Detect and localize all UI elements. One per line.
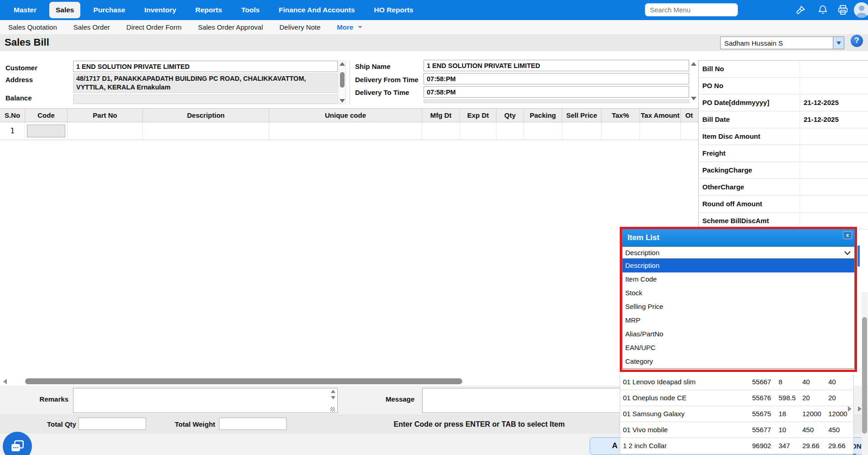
col-sell-price: Sell Price: [562, 109, 601, 122]
item-results-table: 01 Lenovo Ideapad slim5566784040 01 Onep…: [620, 374, 854, 454]
remarks-scroll-up-icon[interactable]: [331, 390, 335, 393]
delivery-from-label: Delivery From Time: [355, 76, 418, 84]
panel-scroll-up-icon[interactable]: [691, 62, 696, 66]
message-label: Message: [386, 395, 414, 403]
hscroll-left-icon[interactable]: [3, 379, 7, 384]
nav-purchase[interactable]: Purchase: [87, 2, 131, 18]
option-mrp[interactable]: MRP: [622, 314, 854, 327]
subnav-sales-quotation[interactable]: Sales Quotation: [8, 23, 57, 31]
item-result-row[interactable]: 01 Lenovo Ideapad slim5566784040: [620, 374, 853, 390]
nav-finance-accounts[interactable]: Finance And Accounts: [272, 2, 361, 18]
item-code-input[interactable]: [27, 125, 65, 137]
panel-scroll-down-icon[interactable]: [691, 97, 696, 100]
address-label: Address: [5, 76, 33, 84]
scroll-right-icon[interactable]: [858, 406, 862, 412]
scrollbar-thumb[interactable]: [340, 72, 345, 88]
item-result-row[interactable]: 01 Oneplus node CE55676598.52020: [620, 390, 853, 406]
user-avatar[interactable]: [854, 2, 868, 18]
option-description[interactable]: Description: [622, 259, 854, 272]
balance-field: [73, 94, 338, 104]
items-grid-header: S.No Code Part No Description Unique cod…: [0, 108, 698, 122]
nav-master[interactable]: Master: [7, 2, 43, 18]
dropdown-arrow-button[interactable]: [833, 37, 844, 49]
col-mfg-dt: Mfg Dt: [422, 109, 460, 122]
item-select-hint: Enter Code or press ENTER or TAB to sele…: [351, 420, 607, 429]
search-input[interactable]: [645, 3, 738, 16]
help-icon[interactable]: ?: [851, 35, 863, 47]
title-band: Sales Bill Sadham Hussain S ?: [0, 35, 868, 51]
option-stock[interactable]: Stock: [622, 286, 854, 300]
close-icon[interactable]: x: [843, 231, 852, 239]
col-part-no: Part No: [68, 109, 143, 122]
page-scrollbar[interactable]: [862, 292, 868, 455]
customer-input[interactable]: [73, 61, 338, 72]
scroll-up-icon[interactable]: [340, 62, 345, 66]
nav-reports[interactable]: Reports: [189, 2, 229, 18]
remarks-scroll-down-icon[interactable]: [331, 396, 335, 399]
subnav-sales-order-approval[interactable]: Sales Order Approval: [198, 23, 263, 31]
form-scrollbar[interactable]: [339, 61, 346, 104]
item-result-row[interactable]: 01 Samsung Galaxy55675181200012000: [620, 406, 853, 422]
panel-row-item-disc-amount: Item Disc Amount: [699, 128, 868, 145]
col-qty: Qty: [497, 109, 524, 122]
item-result-row[interactable]: 01 Vivo mobile5567710450450: [620, 422, 853, 438]
sales-bill-page: Master Sales Purchase Inventory Reports …: [0, 0, 868, 455]
total-qty-input[interactable]: [78, 418, 146, 430]
resize-handle[interactable]: [330, 407, 335, 412]
option-ean-upc[interactable]: EAN/UPC: [622, 341, 854, 355]
nav-inventory[interactable]: Inventory: [138, 2, 183, 18]
panel-row-po-no: PO No: [699, 78, 868, 94]
filter-select[interactable]: Description: [622, 246, 855, 259]
col-other-truncated: Ot: [681, 109, 697, 122]
items-grid-row: 1: [0, 122, 698, 140]
panel-row-bill-no: Bill No: [699, 61, 868, 78]
scroll-right-icon[interactable]: [848, 406, 852, 412]
address-field[interactable]: 48/1717 D1, PANAKKAPADATH BUILDING PC RO…: [73, 73, 338, 93]
delivery-from-input[interactable]: [424, 73, 689, 84]
subnav-direct-order-form[interactable]: Direct Order Form: [126, 23, 182, 31]
delivery-to-label: Delivery To Time: [355, 89, 409, 96]
sub-nav: Sales Quotation Sales Order Direct Order…: [0, 20, 868, 35]
option-selling-price[interactable]: Selling Price: [622, 300, 854, 314]
printer-icon[interactable]: [837, 4, 849, 16]
user-dropdown[interactable]: Sadham Hussain S: [720, 37, 844, 49]
hscrollbar-thumb[interactable]: [25, 378, 462, 384]
chevron-down-icon: [358, 26, 362, 28]
delivery-to-input[interactable]: [424, 86, 689, 98]
total-qty-label: Total Qty: [47, 420, 76, 428]
customer-label: Customer: [5, 64, 37, 72]
panel-row-bill-date: Bill Date21-12-2025: [699, 111, 868, 128]
popup-scrollbar-thumb[interactable]: [858, 246, 860, 267]
nav-ho-reports[interactable]: HO Reports: [368, 2, 420, 18]
option-category[interactable]: Category: [622, 355, 854, 368]
ship-name-input[interactable]: [424, 60, 689, 71]
col-exp-dt: Exp Dt: [460, 109, 497, 122]
col-code: Code: [25, 109, 68, 122]
brush-icon[interactable]: [795, 4, 806, 16]
page-scrollbar-thumb[interactable]: [862, 317, 867, 434]
subnav-delivery-note[interactable]: Delivery Note: [279, 23, 320, 31]
nav-tools[interactable]: Tools: [235, 2, 266, 18]
item-list-popup: Item List x Description Description Item…: [620, 227, 857, 372]
remarks-label: Remarks: [27, 395, 68, 403]
panel-row-other-charge: OtherCharge: [699, 179, 868, 196]
remarks-textarea[interactable]: [73, 388, 338, 413]
item-list-popup-title[interactable]: Item List x: [622, 229, 855, 246]
subnav-more[interactable]: More: [337, 23, 353, 31]
subnav-sales-order[interactable]: Sales Order: [73, 23, 110, 31]
panel-row-po-date: PO Date[ddmmyyyy]21-12-2025: [699, 94, 868, 111]
page-title: Sales Bill: [5, 37, 49, 48]
total-weight-label: Total Weight: [175, 420, 215, 428]
total-weight-input[interactable]: [219, 418, 287, 430]
bill-detail-panel: Bill No PO No PO Date[ddmmyyyy]21-12-202…: [698, 60, 868, 230]
bell-icon[interactable]: [817, 4, 829, 16]
chevron-down-icon: [844, 251, 851, 255]
col-sno: S.No: [0, 109, 25, 122]
scroll-down-icon[interactable]: [340, 99, 345, 103]
next-field-sliver: [424, 99, 689, 103]
nav-sales[interactable]: Sales: [49, 2, 81, 18]
option-item-code[interactable]: Item Code: [622, 272, 854, 286]
option-alias-partno[interactable]: Alias/PartNo: [622, 327, 854, 341]
col-tax-amount: Tax Amount: [640, 109, 681, 122]
item-result-row[interactable]: 1 2 inch Collar9690234729.6629.66: [620, 438, 853, 454]
